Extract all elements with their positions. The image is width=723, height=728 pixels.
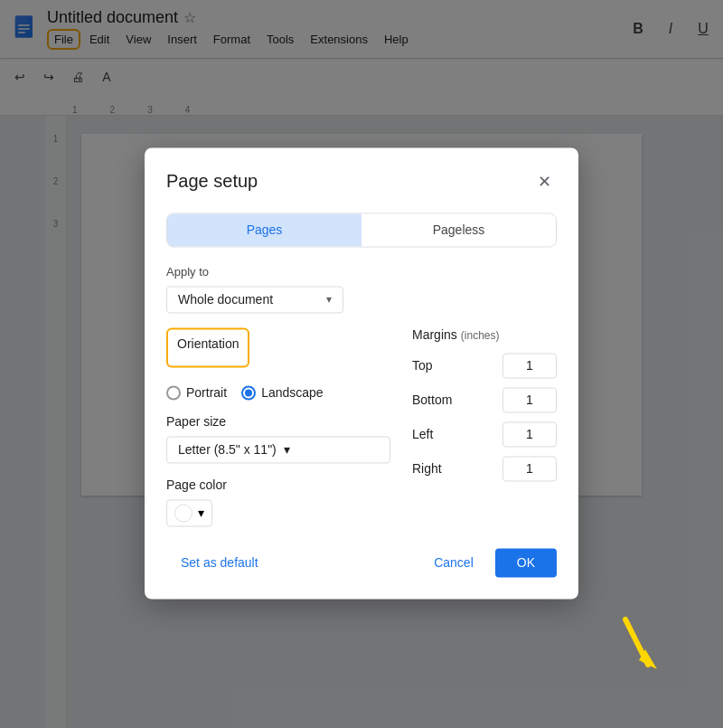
set-default-button[interactable]: Set as default <box>166 548 273 577</box>
margin-right-label: Right <box>412 461 457 476</box>
paper-size-value: Letter (8.5" x 11") <box>178 442 277 457</box>
portrait-label: Portrait <box>186 385 227 400</box>
orientation-radio-group: Portrait Landscape <box>166 385 390 400</box>
dialog-tabs: Pages Pageless <box>166 213 557 247</box>
apply-to-label: Apply to <box>166 265 557 279</box>
right-column: Margins (inches) Top Bottom Left Right <box>412 327 557 526</box>
margin-left-input[interactable] <box>502 421 557 447</box>
margin-bottom-label: Bottom <box>412 392 457 407</box>
margin-row-bottom: Bottom <box>412 387 557 412</box>
arrow-indicator <box>607 615 662 681</box>
page-color-label: Page color <box>166 477 390 492</box>
dialog-header: Page setup ✕ <box>166 169 557 194</box>
landscape-radio[interactable] <box>241 385 256 400</box>
portrait-radio[interactable] <box>166 385 181 400</box>
landscape-option[interactable]: Landscape <box>241 385 324 400</box>
margin-row-top: Top <box>412 353 557 378</box>
orientation-box: Orientation <box>166 327 249 367</box>
ok-button[interactable]: OK <box>495 548 557 577</box>
margin-right-input[interactable] <box>502 456 557 481</box>
margins-header: Margins (inches) <box>412 327 557 342</box>
tab-pages[interactable]: Pages <box>167 213 362 246</box>
color-dropdown-icon: ▾ <box>198 506 204 520</box>
apply-to-select[interactable]: Whole document From this point forward <box>178 292 323 307</box>
select-arrow-icon: ▾ <box>326 293 332 306</box>
paper-size-label: Paper size <box>166 414 390 429</box>
dialog-footer: Set as default Cancel OK <box>166 548 557 577</box>
dialog-title: Page setup <box>166 171 258 192</box>
margins-title: Margins <box>412 327 457 342</box>
apply-to-select-wrapper[interactable]: Whole document From this point forward ▾ <box>166 286 343 313</box>
color-swatch <box>174 504 192 522</box>
margin-left-label: Left <box>412 427 457 441</box>
cancel-button[interactable]: Cancel <box>419 548 488 577</box>
orientation-label: Orientation <box>177 336 239 351</box>
margin-row-left: Left <box>412 421 557 447</box>
portrait-option[interactable]: Portrait <box>166 385 227 400</box>
margin-top-label: Top <box>412 358 457 373</box>
margin-top-input[interactable] <box>502 353 557 378</box>
close-button[interactable]: ✕ <box>531 169 557 194</box>
color-picker-button[interactable]: ▾ <box>166 499 212 526</box>
landscape-label: Landscape <box>261 385 324 400</box>
dialog-body: Orientation Portrait Landscape Paper siz… <box>166 327 557 526</box>
margin-row-right: Right <box>412 456 557 481</box>
footer-right: Cancel OK <box>419 548 557 577</box>
margin-bottom-input[interactable] <box>502 387 557 412</box>
margins-unit: (inches) <box>461 329 500 342</box>
paper-size-arrow-icon: ▾ <box>284 442 290 457</box>
tab-pageless[interactable]: Pageless <box>362 213 556 246</box>
left-column: Orientation Portrait Landscape Paper siz… <box>166 327 390 526</box>
paper-size-select[interactable]: Letter (8.5" x 11") ▾ <box>166 436 390 463</box>
page-setup-dialog: Page setup ✕ Pages Pageless Apply to Who… <box>145 147 578 599</box>
